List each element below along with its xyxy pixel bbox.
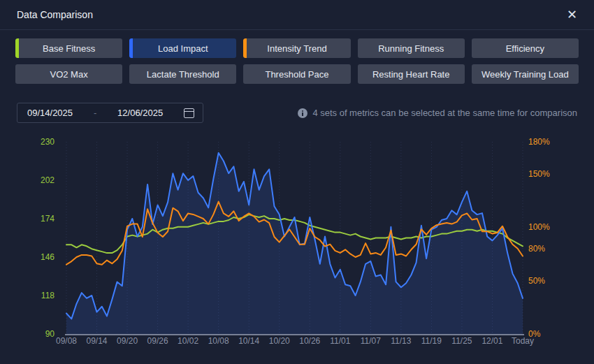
svg-text:230: 230 bbox=[41, 137, 55, 147]
metric-label: Intensity Trend bbox=[267, 43, 326, 54]
metric-button-resting-heart-rate[interactable]: Resting Heart Rate bbox=[358, 64, 465, 84]
svg-text:10/20: 10/20 bbox=[269, 336, 290, 346]
info-note: 4 sets of metrics can be selected at the… bbox=[298, 103, 577, 123]
metric-button-grid: Base Fitness Load Impact Intensity Trend… bbox=[15, 38, 579, 84]
metric-label: Base Fitness bbox=[43, 43, 95, 54]
metric-button-efficiency[interactable]: Efficiency bbox=[472, 38, 579, 58]
metric-label: Efficiency bbox=[506, 43, 544, 54]
svg-text:180%: 180% bbox=[528, 137, 550, 147]
svg-text:09/20: 09/20 bbox=[117, 336, 138, 346]
metric-label: Lactate Threshold bbox=[147, 69, 219, 80]
svg-text:09/14: 09/14 bbox=[87, 336, 108, 346]
dialog-title: Data Comparison bbox=[17, 9, 93, 20]
date-range-end[interactable]: 12/06/2025 bbox=[117, 108, 163, 118]
svg-text:09/26: 09/26 bbox=[147, 336, 168, 346]
metric-button-base-fitness[interactable]: Base Fitness bbox=[15, 38, 122, 58]
svg-text:11/01: 11/01 bbox=[330, 336, 350, 346]
metric-label: VO2 Max bbox=[50, 69, 88, 80]
metric-button-vo2-max[interactable]: VO2 Max bbox=[15, 64, 122, 84]
svg-text:10/26: 10/26 bbox=[299, 336, 320, 346]
metric-accent-bar bbox=[15, 38, 19, 58]
metric-accent-bar bbox=[129, 38, 133, 58]
chart-area-fill bbox=[66, 153, 523, 334]
metric-accent-bar bbox=[243, 38, 247, 58]
date-range-picker[interactable]: 09/14/2025 - 12/06/2025 bbox=[17, 103, 203, 123]
svg-text:50%: 50% bbox=[528, 276, 545, 286]
svg-text:146: 146 bbox=[41, 252, 55, 262]
svg-text:10/08: 10/08 bbox=[208, 336, 229, 346]
data-comparison-dialog: Data Comparison ✕ Base Fitness Load Impa… bbox=[0, 0, 594, 364]
metric-button-load-impact[interactable]: Load Impact bbox=[129, 38, 236, 58]
svg-text:118: 118 bbox=[41, 291, 55, 300]
svg-text:11/07: 11/07 bbox=[361, 336, 381, 346]
dialog-header: Data Comparison ✕ bbox=[0, 0, 594, 30]
svg-text:11/13: 11/13 bbox=[391, 336, 411, 346]
metric-label: Running Fitness bbox=[378, 43, 444, 54]
metric-button-lactate-threshold[interactable]: Lactate Threshold bbox=[129, 64, 236, 84]
svg-text:12/01: 12/01 bbox=[481, 336, 502, 346]
svg-text:150%: 150% bbox=[528, 169, 550, 179]
svg-text:0%: 0% bbox=[528, 329, 541, 339]
metric-button-weekly-training-load[interactable]: Weekly Training Load bbox=[472, 64, 579, 84]
svg-text:10/14: 10/14 bbox=[238, 336, 259, 346]
metric-button-intensity-trend[interactable]: Intensity Trend bbox=[243, 38, 350, 58]
date-range-separator: - bbox=[73, 108, 117, 118]
close-icon[interactable]: ✕ bbox=[567, 8, 577, 21]
comparison-chart: 09/0809/1409/2009/2610/0210/0810/1410/20… bbox=[0, 133, 594, 364]
chart-x-axis-line bbox=[65, 334, 524, 335]
svg-text:202: 202 bbox=[41, 175, 55, 185]
svg-text:11/19: 11/19 bbox=[421, 336, 442, 346]
metric-button-running-fitness[interactable]: Running Fitness bbox=[358, 38, 465, 58]
metric-label: Load Impact bbox=[158, 43, 208, 54]
date-range-start[interactable]: 09/14/2025 bbox=[26, 108, 73, 118]
svg-text:09/08: 09/08 bbox=[56, 336, 77, 346]
svg-text:11/25: 11/25 bbox=[451, 336, 472, 346]
metric-label: Weekly Training Load bbox=[481, 69, 569, 80]
metric-button-threshold-pace[interactable]: Threshold Pace bbox=[243, 64, 350, 84]
svg-text:100%: 100% bbox=[528, 222, 550, 232]
svg-text:80%: 80% bbox=[528, 244, 545, 254]
calendar-icon[interactable] bbox=[184, 108, 194, 118]
metric-label: Resting Heart Rate bbox=[372, 69, 450, 80]
svg-text:10/02: 10/02 bbox=[178, 336, 198, 346]
info-circle-icon bbox=[298, 108, 307, 118]
svg-text:174: 174 bbox=[41, 214, 55, 224]
metric-label: Threshold Pace bbox=[265, 69, 328, 80]
info-note-text: 4 sets of metrics can be selected at the… bbox=[312, 108, 577, 118]
svg-text:90: 90 bbox=[45, 329, 55, 339]
